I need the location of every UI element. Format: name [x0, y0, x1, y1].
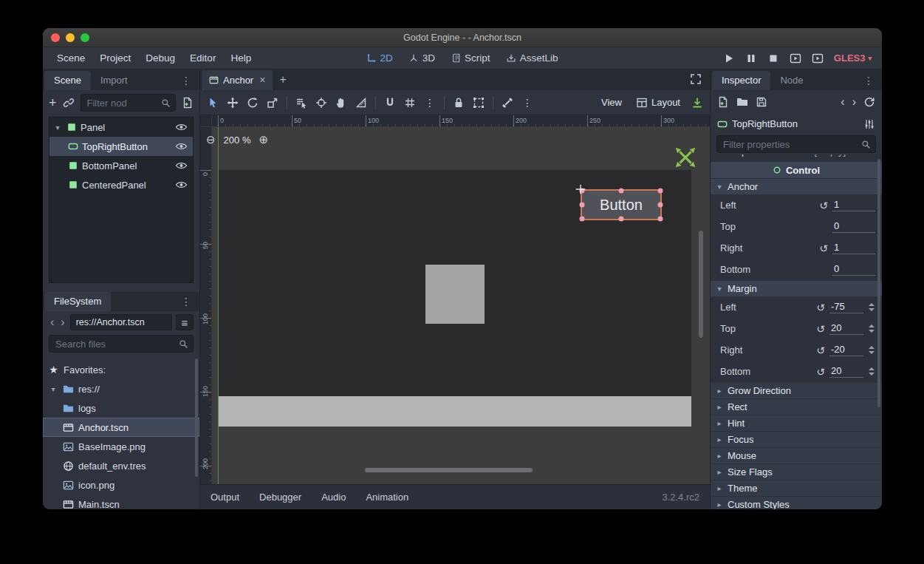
tab-scene[interactable]: Scene — [44, 71, 91, 90]
pan-tool-icon[interactable] — [335, 97, 347, 109]
history-forward-icon[interactable]: › — [852, 96, 856, 108]
file-item-icon-png[interactable]: icon.png — [43, 475, 199, 495]
spinner-icon[interactable] — [868, 325, 875, 333]
scene-tree-item-panel[interactable]: ▾ Panel — [49, 118, 193, 137]
section-focus[interactable]: ▸Focus — [711, 432, 882, 447]
spinner-icon[interactable] — [868, 303, 875, 311]
filesystem-scrollbar[interactable] — [195, 359, 198, 477]
collapse-arrow-icon[interactable]: ▾ — [48, 385, 58, 393]
tab-import[interactable]: Import — [91, 71, 137, 90]
add-node-button[interactable]: + — [49, 96, 57, 109]
selection-handle[interactable] — [619, 188, 624, 194]
scene-tree-item-bottompanel[interactable]: BottomPanel — [49, 156, 193, 175]
spinner-icon[interactable] — [868, 346, 875, 354]
insert-key-icon[interactable] — [691, 97, 703, 109]
selection-handle[interactable] — [580, 203, 585, 208]
history-back-icon[interactable]: ‹ — [841, 96, 844, 108]
dock-menu-icon[interactable]: ⋮ — [857, 75, 880, 90]
video-driver-select[interactable]: GLES3▾ — [834, 52, 872, 64]
rotate-tool-icon[interactable] — [247, 97, 259, 109]
play-button[interactable] — [723, 52, 735, 64]
revert-icon[interactable]: ↺ — [816, 344, 825, 356]
file-item-logs[interactable]: logs — [43, 398, 199, 418]
revert-icon[interactable]: ↺ — [816, 302, 825, 313]
ruler-tool-icon[interactable] — [355, 97, 367, 109]
section-rect[interactable]: ▸Rect — [711, 399, 882, 415]
filesystem-search-input[interactable] — [54, 338, 176, 350]
object-history-icon[interactable] — [863, 96, 875, 108]
scene-tree-item-toprightbutton[interactable]: TopRightButton — [49, 137, 193, 156]
bottom-tab-animation[interactable]: Animation — [366, 492, 408, 503]
visibility-eye-icon[interactable] — [175, 161, 188, 170]
tab-node[interactable]: Node — [770, 71, 812, 90]
pivot-tool-icon[interactable] — [315, 97, 327, 109]
minimize-window-button[interactable] — [66, 33, 75, 42]
workspace-3d-button[interactable]: 3D — [409, 52, 435, 64]
menu-project[interactable]: Project — [93, 50, 137, 66]
selection-handle[interactable] — [658, 203, 663, 208]
tab-filesystem[interactable]: FileSystem — [44, 292, 111, 311]
workspace-2d-button[interactable]: 2D — [367, 52, 393, 64]
bottom-tab-debugger[interactable]: Debugger — [259, 492, 301, 503]
button-node[interactable]: Button — [581, 189, 662, 220]
filesystem-display-mode-icon[interactable]: ≡ — [176, 314, 194, 330]
scale-tool-icon[interactable] — [267, 97, 278, 109]
object-tools-icon[interactable] — [863, 118, 875, 130]
layout-menu-button[interactable]: Layout — [633, 97, 683, 109]
section-custom-styles[interactable]: ▸Custom Styles — [711, 497, 882, 509]
workspace-assetlib-button[interactable]: AssetLib — [507, 52, 558, 64]
history-forward-icon[interactable]: › — [59, 316, 66, 328]
distraction-free-icon[interactable] — [683, 73, 708, 90]
file-item-default-env[interactable]: default_env.tres — [43, 456, 199, 475]
file-item-baseimage-png[interactable]: BaseImage.png — [43, 437, 199, 456]
anchor-top-input[interactable] — [832, 220, 875, 233]
zoom-out-button[interactable]: ⊖ — [206, 133, 216, 146]
margin-left-input[interactable] — [829, 301, 863, 313]
load-resource-folder-icon[interactable] — [736, 96, 748, 108]
grid-snap-icon[interactable] — [404, 97, 416, 109]
margin-top-input[interactable] — [829, 322, 863, 335]
snap-options-icon[interactable]: ⋮ — [424, 97, 436, 109]
selection-handle[interactable] — [658, 188, 663, 194]
attach-script-icon[interactable] — [182, 97, 194, 109]
close-tab-icon[interactable]: × — [259, 74, 265, 86]
section-mouse[interactable]: ▸Mouse — [711, 448, 882, 463]
visibility-eye-icon[interactable] — [175, 142, 188, 151]
selection-handle[interactable] — [619, 217, 624, 222]
new-resource-icon[interactable] — [717, 96, 729, 108]
revert-icon[interactable]: ↺ — [819, 200, 828, 211]
scene-tab-anchor[interactable]: Anchor × — [202, 70, 273, 90]
workspace-script-button[interactable]: Script — [451, 52, 490, 64]
margin-right-input[interactable] — [829, 344, 863, 356]
section-hint[interactable]: ▸Hint — [711, 415, 882, 431]
canvas-vertical-scrollbar[interactable] — [699, 231, 703, 338]
margin-bottom-input[interactable] — [829, 365, 863, 378]
new-scene-tab-button[interactable]: + — [273, 73, 292, 90]
select-tool-icon[interactable] — [207, 97, 219, 109]
centered-panel-node[interactable] — [425, 265, 485, 324]
history-back-icon[interactable]: ‹ — [49, 316, 55, 328]
canvas-horizontal-scrollbar[interactable] — [365, 468, 533, 472]
list-select-icon[interactable] — [295, 97, 307, 109]
revert-icon[interactable]: ↺ — [816, 366, 825, 378]
section-grow-direction[interactable]: ▸Grow Direction — [711, 383, 882, 398]
bottom-tab-output[interactable]: Output — [211, 492, 239, 503]
move-tool-icon[interactable] — [227, 97, 239, 109]
visibility-eye-icon[interactable] — [175, 123, 188, 132]
bottom-tab-audio[interactable]: Audio — [321, 492, 346, 503]
smart-snap-icon[interactable] — [384, 97, 396, 109]
dock-menu-icon[interactable]: ⋮ — [174, 296, 198, 311]
inspector-filter-input[interactable] — [722, 138, 858, 151]
revert-icon[interactable]: ↺ — [819, 242, 828, 254]
menu-editor[interactable]: Editor — [183, 50, 222, 66]
view-menu-button[interactable]: View — [598, 97, 625, 108]
file-item-main-tscn[interactable]: Main.tscn — [43, 495, 199, 509]
zoom-level[interactable]: 200 % — [224, 135, 251, 146]
menu-debug[interactable]: Debug — [139, 50, 182, 66]
scene-filter-input[interactable] — [86, 97, 158, 109]
revert-icon[interactable]: ↺ — [816, 323, 825, 335]
close-window-button[interactable] — [51, 33, 60, 42]
section-margin[interactable]: ▾ Margin — [711, 281, 882, 296]
current-path[interactable]: res://Anchor.tscn — [70, 314, 172, 330]
visibility-eye-icon[interactable] — [175, 180, 188, 189]
